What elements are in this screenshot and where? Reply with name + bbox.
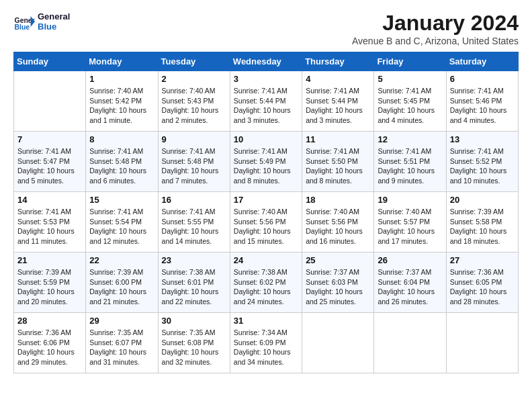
day-number: 16 <box>162 195 226 205</box>
calendar-table: SundayMondayTuesdayWednesdayThursdayFrid… <box>13 52 519 373</box>
day-number: 15 <box>89 195 154 205</box>
table-row: 16Sunrise: 7:41 AM Sunset: 5:55 PM Dayli… <box>158 192 230 253</box>
day-number: 13 <box>450 134 515 144</box>
day-info: Sunrise: 7:41 AM Sunset: 5:46 PM Dayligh… <box>450 86 515 126</box>
col-header-sunday: Sunday <box>14 52 86 71</box>
day-number: 26 <box>378 255 442 265</box>
col-header-tuesday: Tuesday <box>158 52 230 71</box>
day-number: 4 <box>306 74 370 84</box>
location-subtitle: Avenue B and C, Arizona, United States <box>352 36 519 46</box>
table-row: 19Sunrise: 7:40 AM Sunset: 5:57 PM Dayli… <box>374 192 446 253</box>
day-info: Sunrise: 7:40 AM Sunset: 5:42 PM Dayligh… <box>89 86 154 126</box>
day-info: Sunrise: 7:39 AM Sunset: 6:00 PM Dayligh… <box>89 267 154 307</box>
table-row <box>374 313 446 373</box>
day-number: 12 <box>378 134 442 144</box>
col-header-friday: Friday <box>374 52 446 71</box>
month-title: January 2024 <box>352 11 519 36</box>
day-number: 7 <box>17 134 82 144</box>
day-number: 2 <box>162 74 226 84</box>
day-info: Sunrise: 7:41 AM Sunset: 5:55 PM Dayligh… <box>162 207 226 246</box>
day-info: Sunrise: 7:37 AM Sunset: 6:04 PM Dayligh… <box>378 267 442 307</box>
day-info: Sunrise: 7:41 AM Sunset: 5:47 PM Dayligh… <box>17 146 82 186</box>
table-row: 31Sunrise: 7:34 AM Sunset: 6:09 PM Dayli… <box>230 313 302 373</box>
day-info: Sunrise: 7:41 AM Sunset: 5:44 PM Dayligh… <box>234 86 298 126</box>
day-info: Sunrise: 7:38 AM Sunset: 6:01 PM Dayligh… <box>162 267 226 307</box>
table-row: 24Sunrise: 7:38 AM Sunset: 6:02 PM Dayli… <box>230 253 302 313</box>
day-info: Sunrise: 7:41 AM Sunset: 5:54 PM Dayligh… <box>89 207 154 246</box>
table-row: 7Sunrise: 7:41 AM Sunset: 5:47 PM Daylig… <box>14 132 86 192</box>
table-row: 25Sunrise: 7:37 AM Sunset: 6:03 PM Dayli… <box>302 253 374 313</box>
day-number: 19 <box>378 195 442 205</box>
day-info: Sunrise: 7:37 AM Sunset: 6:03 PM Dayligh… <box>306 267 370 307</box>
day-number: 28 <box>17 316 82 326</box>
day-number: 22 <box>89 255 154 265</box>
day-number: 17 <box>234 195 298 205</box>
table-row: 29Sunrise: 7:35 AM Sunset: 6:07 PM Dayli… <box>86 313 158 373</box>
day-info: Sunrise: 7:34 AM Sunset: 6:09 PM Dayligh… <box>234 328 298 367</box>
day-number: 18 <box>306 195 370 205</box>
table-row: 12Sunrise: 7:41 AM Sunset: 5:51 PM Dayli… <box>374 132 446 192</box>
table-row: 28Sunrise: 7:36 AM Sunset: 6:06 PM Dayli… <box>14 313 86 373</box>
day-number: 10 <box>234 134 298 144</box>
logo-icon: General Blue <box>13 11 35 32</box>
table-row: 4Sunrise: 7:41 AM Sunset: 5:44 PM Daylig… <box>302 71 374 132</box>
week-row-4: 21Sunrise: 7:39 AM Sunset: 5:59 PM Dayli… <box>14 253 519 313</box>
day-number: 21 <box>17 255 82 265</box>
col-header-thursday: Thursday <box>302 52 374 71</box>
table-row: 14Sunrise: 7:41 AM Sunset: 5:53 PM Dayli… <box>14 192 86 253</box>
day-info: Sunrise: 7:40 AM Sunset: 5:43 PM Dayligh… <box>162 86 226 126</box>
day-info: Sunrise: 7:35 AM Sunset: 6:07 PM Dayligh… <box>89 328 154 367</box>
col-header-wednesday: Wednesday <box>230 52 302 71</box>
day-number: 30 <box>162 316 226 326</box>
logo: General Blue General Blue <box>13 11 70 32</box>
day-number: 25 <box>306 255 370 265</box>
table-row: 8Sunrise: 7:41 AM Sunset: 5:48 PM Daylig… <box>86 132 158 192</box>
col-header-saturday: Saturday <box>446 52 518 71</box>
table-row: 17Sunrise: 7:40 AM Sunset: 5:56 PM Dayli… <box>230 192 302 253</box>
logo-general: General <box>38 11 70 21</box>
week-row-3: 14Sunrise: 7:41 AM Sunset: 5:53 PM Dayli… <box>14 192 519 253</box>
day-info: Sunrise: 7:41 AM Sunset: 5:45 PM Dayligh… <box>378 86 442 126</box>
day-number: 27 <box>450 255 515 265</box>
table-row: 22Sunrise: 7:39 AM Sunset: 6:00 PM Dayli… <box>86 253 158 313</box>
day-info: Sunrise: 7:36 AM Sunset: 6:06 PM Dayligh… <box>17 328 82 367</box>
table-row: 30Sunrise: 7:35 AM Sunset: 6:08 PM Dayli… <box>158 313 230 373</box>
day-info: Sunrise: 7:41 AM Sunset: 5:49 PM Dayligh… <box>234 146 298 186</box>
table-row: 15Sunrise: 7:41 AM Sunset: 5:54 PM Dayli… <box>86 192 158 253</box>
table-row: 6Sunrise: 7:41 AM Sunset: 5:46 PM Daylig… <box>446 71 518 132</box>
table-row: 23Sunrise: 7:38 AM Sunset: 6:01 PM Dayli… <box>158 253 230 313</box>
day-info: Sunrise: 7:41 AM Sunset: 5:52 PM Dayligh… <box>450 146 515 186</box>
day-number: 20 <box>450 195 515 205</box>
day-number: 1 <box>89 74 154 84</box>
day-number: 11 <box>306 134 370 144</box>
table-row: 2Sunrise: 7:40 AM Sunset: 5:43 PM Daylig… <box>158 71 230 132</box>
day-info: Sunrise: 7:38 AM Sunset: 6:02 PM Dayligh… <box>234 267 298 307</box>
logo-blue: Blue <box>38 21 70 32</box>
col-header-monday: Monday <box>86 52 158 71</box>
week-row-1: 1Sunrise: 7:40 AM Sunset: 5:42 PM Daylig… <box>14 71 519 132</box>
table-row: 20Sunrise: 7:39 AM Sunset: 5:58 PM Dayli… <box>446 192 518 253</box>
svg-text:Blue: Blue <box>15 24 30 31</box>
day-info: Sunrise: 7:41 AM Sunset: 5:53 PM Dayligh… <box>17 207 82 246</box>
day-info: Sunrise: 7:41 AM Sunset: 5:51 PM Dayligh… <box>378 146 442 186</box>
table-row: 26Sunrise: 7:37 AM Sunset: 6:04 PM Dayli… <box>374 253 446 313</box>
day-number: 14 <box>17 195 82 205</box>
day-info: Sunrise: 7:35 AM Sunset: 6:08 PM Dayligh… <box>162 328 226 367</box>
day-info: Sunrise: 7:41 AM Sunset: 5:50 PM Dayligh… <box>306 146 370 186</box>
day-info: Sunrise: 7:36 AM Sunset: 6:05 PM Dayligh… <box>450 267 515 307</box>
day-number: 6 <box>450 74 515 84</box>
table-row: 11Sunrise: 7:41 AM Sunset: 5:50 PM Dayli… <box>302 132 374 192</box>
day-info: Sunrise: 7:40 AM Sunset: 5:57 PM Dayligh… <box>378 207 442 246</box>
table-row <box>14 71 86 132</box>
day-info: Sunrise: 7:41 AM Sunset: 5:44 PM Dayligh… <box>306 86 370 126</box>
table-row <box>302 313 374 373</box>
table-row: 5Sunrise: 7:41 AM Sunset: 5:45 PM Daylig… <box>374 71 446 132</box>
table-row: 21Sunrise: 7:39 AM Sunset: 5:59 PM Dayli… <box>14 253 86 313</box>
day-number: 23 <box>162 255 226 265</box>
table-row: 10Sunrise: 7:41 AM Sunset: 5:49 PM Dayli… <box>230 132 302 192</box>
day-info: Sunrise: 7:39 AM Sunset: 5:58 PM Dayligh… <box>450 207 515 246</box>
day-info: Sunrise: 7:40 AM Sunset: 5:56 PM Dayligh… <box>234 207 298 246</box>
day-number: 5 <box>378 74 442 84</box>
header: General Blue General Blue January 2024 A… <box>13 11 519 46</box>
day-number: 9 <box>162 134 226 144</box>
